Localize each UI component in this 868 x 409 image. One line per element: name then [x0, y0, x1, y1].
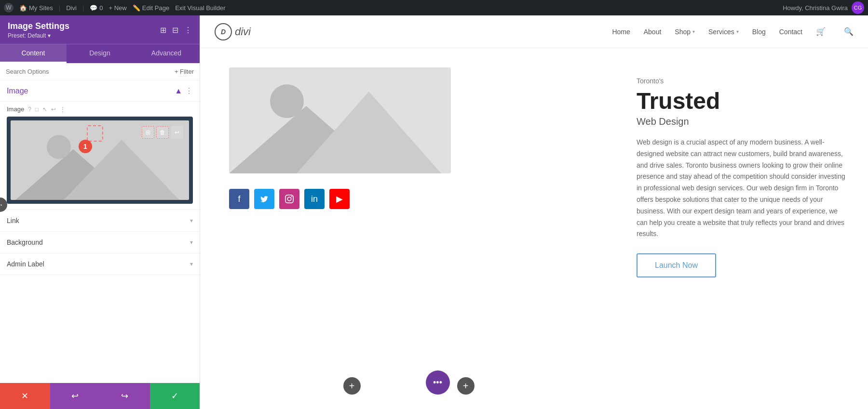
admin-exit-builder[interactable]: Exit Visual Builder — [175, 4, 226, 12]
image-field-label: Image — [7, 106, 24, 113]
admin-edit-page[interactable]: ✏️ Edit Page — [133, 4, 169, 12]
undo-button[interactable]: ↩ — [50, 383, 100, 409]
add-section-right-button[interactable]: + — [457, 377, 475, 395]
nav-about[interactable]: About — [644, 28, 662, 36]
panel-title: Image Settings — [8, 21, 69, 31]
background-chevron-icon: ▾ — [190, 239, 193, 246]
bottom-actions: ✕ ↩ ↪ ✓ — [0, 383, 200, 409]
nav-services[interactable]: Services ▾ — [708, 28, 739, 36]
add-section-left-button[interactable]: + — [343, 377, 361, 395]
panel-more-icon[interactable]: ⋮ — [184, 26, 192, 35]
admin-label-chevron-icon: ▾ — [190, 261, 193, 267]
confirm-button[interactable]: ✓ — [150, 383, 200, 409]
image-selection-indicator — [87, 125, 103, 142]
help-icon[interactable]: ? — [28, 106, 31, 113]
main-heading: Trusted — [637, 88, 849, 114]
nav-bar: D divi Home About Shop ▾ Services ▾ Blog… — [200, 15, 868, 48]
link-section-header[interactable]: Link ▾ — [0, 210, 200, 231]
section-collapse-icon[interactable]: ▲ — [175, 87, 182, 95]
shop-chevron-icon: ▾ — [692, 29, 695, 34]
right-content: D divi Home About Shop ▾ Services ▾ Blog… — [200, 15, 868, 409]
background-section-title: Background — [7, 238, 43, 246]
mobile-icon[interactable]: □ — [35, 106, 39, 113]
logo-text: divi — [235, 26, 251, 38]
search-input[interactable] — [6, 68, 171, 75]
page-content: ↔ f — [200, 48, 868, 409]
filter-button[interactable]: + Filter — [175, 68, 194, 75]
admin-user-area: Howdy, Christina Gwira CG — [783, 1, 864, 14]
tab-advanced[interactable]: Advanced — [133, 44, 200, 63]
image-delete-icon[interactable]: 🗑 — [156, 126, 169, 139]
tab-design[interactable]: Design — [67, 44, 133, 63]
image-placeholder[interactable]: 1 ⊞ 🗑 ↩ — [11, 120, 189, 200]
social-icons: f in ▶ — [229, 189, 350, 209]
link-section-title: Link — [7, 217, 19, 224]
content-left: f in ▶ + + ••• — [200, 48, 617, 409]
image-section-content: Image ? □ ↖ ↩ ⋮ — [0, 102, 200, 210]
sub-heading: Web Design — [637, 116, 849, 127]
admin-my-sites[interactable]: 🏠 My Sites — [19, 4, 53, 12]
nav-links: Home About Shop ▾ Services ▾ Blog Contac… — [612, 27, 854, 36]
site-logo[interactable]: D divi — [215, 23, 251, 40]
image-grid-icon[interactable]: ⊞ — [142, 126, 154, 139]
tab-content[interactable]: Content — [0, 44, 67, 63]
panel-tabs: Content Design Advanced — [0, 44, 200, 63]
admin-divi[interactable]: Divi — [66, 4, 77, 12]
background-section-header[interactable]: Background ▾ — [0, 232, 200, 253]
facebook-icon[interactable]: f — [229, 189, 249, 209]
image-badge-number: 1 — [79, 140, 92, 153]
search-row: + Filter — [0, 63, 200, 80]
panel-layout-icon[interactable]: ⊟ — [172, 26, 178, 35]
section-options-icon[interactable]: ⋮ — [185, 86, 193, 95]
three-dots-button[interactable]: ••• — [426, 370, 450, 395]
logo-circle-icon: D — [215, 23, 232, 40]
cart-icon[interactable]: 🛒 — [816, 27, 826, 36]
eyebrow-text: Toronto's — [637, 77, 849, 85]
svg-point-7 — [270, 84, 304, 118]
main-image[interactable] — [229, 67, 451, 173]
image-section-header[interactable]: Image ▲ ⋮ — [0, 80, 200, 102]
nav-contact[interactable]: Contact — [779, 28, 802, 36]
admin-new[interactable]: + New — [109, 4, 127, 12]
panel-expand-icon[interactable]: ⊞ — [160, 26, 166, 35]
background-section: Background ▾ — [0, 232, 200, 253]
youtube-icon[interactable]: ▶ — [329, 189, 350, 209]
image-more-icon[interactable]: ⋮ — [60, 106, 66, 113]
search-icon[interactable]: 🔍 — [844, 27, 854, 36]
admin-comments[interactable]: 💬 0 — [90, 4, 103, 12]
admin-label-section-header[interactable]: Admin Label ▾ — [0, 253, 200, 275]
cursor-icon[interactable]: ↖ — [42, 106, 47, 113]
main-layout: Image Settings Preset: Default ▾ ⊞ ⊟ ⋮ C… — [0, 15, 868, 409]
left-panel: Image Settings Preset: Default ▾ ⊞ ⊟ ⋮ C… — [0, 15, 200, 409]
redo-button[interactable]: ↪ — [100, 383, 150, 409]
add-section-area: + + — [343, 377, 475, 395]
undo-icon[interactable]: ↩ — [51, 106, 56, 113]
body-text: Web design is a crucial aspect of any mo… — [637, 137, 849, 240]
nav-home[interactable]: Home — [612, 28, 630, 36]
admin-bar: W 🏠 My Sites | Divi | 💬 0 + New ✏️ Edit … — [0, 0, 868, 15]
twitter-icon[interactable] — [254, 189, 274, 209]
nav-shop[interactable]: Shop ▾ — [675, 28, 695, 36]
panel-preset[interactable]: Preset: Default ▾ — [8, 32, 69, 39]
launch-now-button[interactable]: Launch Now — [637, 253, 716, 277]
image-label-row: Image ? □ ↖ ↩ ⋮ — [7, 102, 193, 117]
link-section: Link ▾ — [0, 210, 200, 232]
services-chevron-icon: ▾ — [736, 29, 739, 34]
panel-header: Image Settings Preset: Default ▾ ⊞ ⊟ ⋮ — [0, 15, 200, 44]
admin-label-title: Admin Label — [7, 260, 44, 268]
link-chevron-icon: ▾ — [190, 217, 193, 224]
image-reset-icon[interactable]: ↩ — [171, 126, 183, 139]
nav-blog[interactable]: Blog — [752, 28, 766, 36]
cancel-button[interactable]: ✕ — [0, 383, 50, 409]
section-controls: ▲ ⋮ — [175, 86, 193, 95]
wordpress-icon[interactable]: W — [4, 3, 14, 13]
svg-point-3 — [47, 135, 71, 159]
image-section-title: Image — [7, 87, 28, 95]
image-overlay-controls: ⊞ 🗑 ↩ — [142, 126, 183, 139]
content-right: Toronto's Trusted Web Design Web design … — [617, 48, 868, 409]
user-avatar[interactable]: CG — [852, 1, 864, 14]
linkedin-icon[interactable]: in — [304, 189, 325, 209]
instagram-icon[interactable] — [279, 189, 299, 209]
admin-label-section: Admin Label ▾ — [0, 253, 200, 275]
image-preview-container: 1 ⊞ 🗑 ↩ — [7, 117, 193, 204]
